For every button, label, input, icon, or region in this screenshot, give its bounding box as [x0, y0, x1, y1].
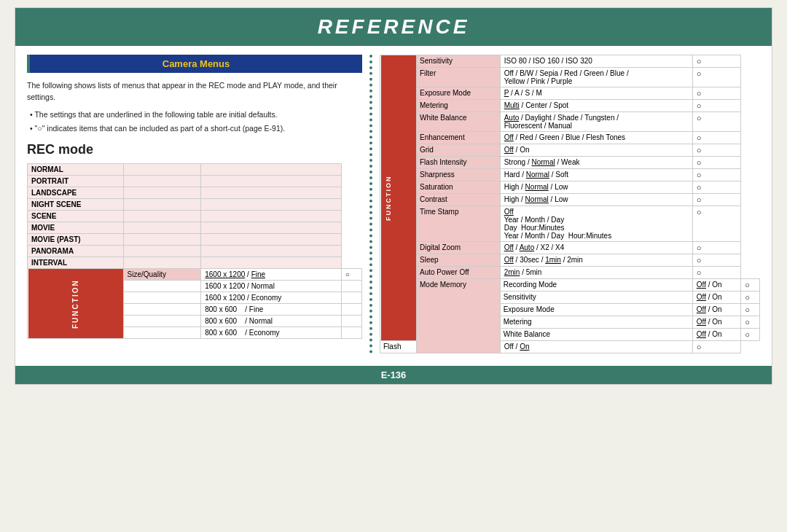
circle-5 — [341, 316, 361, 327]
filter-label: Filter — [416, 68, 500, 87]
sensitivity-label: Sensitivity — [416, 55, 500, 68]
size-label-empty5 — [123, 327, 201, 339]
left-panel: Camera Menus The following shows lists o… — [27, 55, 362, 353]
digital-zoom-val: Off / Auto / X2 / X4 — [500, 242, 692, 254]
table-row: PORTRAIT — [28, 176, 362, 187]
table-row: Saturation High / Normal / Low ○ — [380, 181, 760, 194]
size-val-4: 800 x 600 / Fine — [201, 304, 341, 316]
mode-panorama-val — [123, 246, 201, 257]
rec-mode-title: REC mode — [27, 142, 362, 157]
mode-night-circle — [201, 199, 341, 211]
right-table: FUNCTION Sensitivity ISO 80 / ISO 160 / … — [380, 55, 760, 353]
grid-val: Off / On — [500, 144, 692, 157]
mode-memory-label: Mode Memory — [416, 279, 500, 353]
table-row: Mode Memory Recording Mode Off / On ○ — [380, 279, 760, 292]
mm-wb-val: Off / On — [692, 329, 741, 341]
mm-exposure-circle: ○ — [741, 304, 760, 316]
enhancement-val: Off / Red / Green / Blue / Flesh Tones — [500, 132, 692, 144]
flash-intensity-label: Flash Intensity — [416, 157, 500, 169]
sensitivity-circle: ○ — [692, 55, 741, 68]
sharpness-val: Hard / Normal / Soft — [500, 169, 692, 181]
mode-movie-circle — [201, 222, 341, 234]
circle-1: ○ — [341, 269, 361, 281]
right-panel: FUNCTION Sensitivity ISO 80 / ISO 160 / … — [369, 55, 760, 353]
table-row: MOVIE (PAST) — [28, 234, 362, 246]
filter-val: Off / B/W / Sepia / Red / Green / Blue /… — [500, 68, 692, 87]
mm-exposure-label: Exposure Mode — [500, 304, 692, 316]
contrast-val: High / Normal / Low — [500, 194, 692, 206]
circle-6 — [341, 327, 361, 339]
auto-power-circle: ○ — [692, 267, 741, 279]
mm-flash-val: Off / On — [500, 341, 692, 353]
page-number: E-136 — [381, 369, 407, 380]
table-row: Grid Off / On ○ — [380, 144, 760, 157]
size-quality-label: Size/Quality — [123, 269, 201, 281]
exposure-label: Exposure Mode — [416, 87, 500, 100]
table-row: Time Stamp OffYear / Month / DayDay Hour… — [380, 206, 760, 242]
enhancement-circle: ○ — [692, 132, 741, 144]
size-val-3: 1600 x 1200 / Economy — [201, 292, 341, 304]
table-row: Flash Intensity Strong / Normal / Weak ○ — [380, 157, 760, 169]
table-row: NORMAL — [28, 164, 362, 176]
timestamp-label: Time Stamp — [416, 206, 500, 242]
saturation-label: Saturation — [416, 181, 500, 194]
table-row: SCENE — [28, 211, 362, 222]
table-row: MOVIE — [28, 222, 362, 234]
mode-movie: MOVIE — [28, 222, 124, 234]
contrast-circle: ○ — [692, 194, 741, 206]
sleep-val: Off / 30sec / 1min / 2min — [500, 254, 692, 267]
table-row: Sharpness Hard / Normal / Soft ○ — [380, 169, 760, 181]
size-label-empty2 — [123, 292, 201, 304]
function-label-left: FUNCTION — [28, 269, 124, 339]
mm-wb-label: White Balance — [500, 329, 692, 341]
mode-portrait: PORTRAIT — [28, 176, 124, 187]
mode-interval: INTERVAL — [28, 257, 124, 269]
mode-normal-circle — [201, 164, 341, 176]
table-row: LANDSCAPE — [28, 187, 362, 199]
table-row: FUNCTION Sensitivity ISO 80 / ISO 160 / … — [380, 55, 760, 68]
contrast-label: Contrast — [416, 194, 500, 206]
exposure-val: P / A / S / M — [500, 87, 692, 100]
table-row: Sleep Off / 30sec / 1min / 2min ○ — [380, 254, 760, 267]
auto-power-label: Auto Power Off — [416, 267, 500, 279]
bullet-2: • "○" indicates items that can be includ… — [30, 123, 362, 135]
auto-power-val: 2min / 5min — [500, 267, 692, 279]
circle-2 — [341, 281, 361, 292]
digital-zoom-label: Digital Zoom — [416, 242, 500, 254]
mm-sensitivity-val: Off / On — [692, 292, 741, 304]
size-val-1: 1600 x 1200 / Fine — [201, 269, 341, 281]
mm-sensitivity-label: Sensitivity — [500, 292, 692, 304]
mm-flash-label: Flash — [380, 341, 417, 353]
circle-3 — [341, 292, 361, 304]
sleep-label: Sleep — [416, 254, 500, 267]
mode-normal: NORMAL — [28, 164, 124, 176]
mm-wb-circle: ○ — [741, 329, 760, 341]
metering-val: Multi / Center / Spot — [500, 100, 692, 112]
exposure-circle: ○ — [692, 87, 741, 100]
circle-4 — [341, 304, 361, 316]
mode-scene-circle — [201, 211, 341, 222]
mode-portrait-val — [123, 176, 201, 187]
page-title: REFERENCE — [15, 15, 772, 39]
bullet-list: • The settings that are underlined in th… — [27, 109, 362, 136]
timestamp-circle: ○ — [692, 206, 741, 242]
mm-recording-val: Off / On — [692, 279, 741, 292]
table-row: INTERVAL — [28, 257, 362, 269]
wb-val: Auto / Daylight / Shade / Tungsten /Fluo… — [500, 112, 692, 132]
size-label-empty3 — [123, 304, 201, 316]
sensitivity-val: ISO 80 / ISO 160 / ISO 320 — [500, 55, 692, 68]
mode-night: NIGHT SCENE — [28, 199, 124, 211]
mode-normal-val — [123, 164, 201, 176]
sharpness-label: Sharpness — [416, 169, 500, 181]
filter-circle: ○ — [692, 68, 741, 87]
mode-interval-circle — [201, 257, 341, 269]
mode-movie-past: MOVIE (PAST) — [28, 234, 124, 246]
grid-circle: ○ — [692, 144, 741, 157]
wb-circle: ○ — [692, 112, 741, 132]
content-area: Camera Menus The following shows lists o… — [15, 46, 772, 362]
grid-label: Grid — [416, 144, 500, 157]
mode-portrait-circle — [201, 176, 341, 187]
mode-night-val — [123, 199, 201, 211]
size-val-2: 1600 x 1200 / Normal — [201, 281, 341, 292]
description-text: The following shows lists of menus that … — [27, 80, 362, 103]
